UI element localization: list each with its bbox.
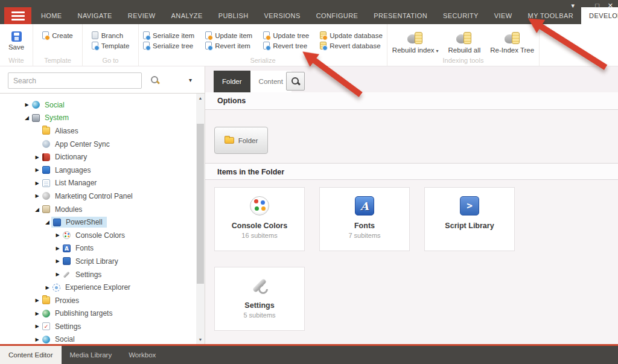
ribbon-tab-home[interactable]: HOME: [33, 7, 70, 24]
content-tree: ▶Social◢SystemAliasesApp Center Sync▶Dic…: [0, 98, 196, 344]
ribbon-tab-review[interactable]: REVIEW: [120, 7, 164, 24]
tree-item-label: Marketing Control Panel: [53, 191, 135, 201]
revert-item-button[interactable]: Revert item: [205, 42, 252, 49]
branch-button[interactable]: Branch: [92, 31, 130, 39]
ribbon-tab-view[interactable]: VIEW: [486, 7, 520, 24]
scroll-down-icon[interactable]: ▼: [196, 335, 205, 344]
expand-icon[interactable]: ▶: [33, 193, 41, 199]
item-card-script-library[interactable]: Script Library: [424, 187, 515, 251]
update-item-button[interactable]: Update item: [205, 31, 252, 39]
ribbon-group-label: Template: [33, 57, 82, 64]
expand-icon[interactable]: ▶: [54, 232, 62, 238]
tree-item-marketing-control-panel[interactable]: ▶Marketing Control Panel: [0, 190, 196, 203]
search-icon[interactable]: [151, 76, 159, 85]
tree-item-aliases[interactable]: Aliases: [0, 124, 196, 138]
ribbon-tab-security[interactable]: SECURITY: [435, 7, 486, 24]
list-icon: [42, 179, 50, 187]
serialize-tree-button[interactable]: Serialize tree: [143, 42, 194, 49]
tree-scrollbar[interactable]: ▲ ▼: [196, 94, 205, 344]
ribbon-tab-configure[interactable]: CONFIGURE: [308, 7, 366, 24]
tree-item-languages[interactable]: ▶Languages: [0, 164, 196, 177]
document-tabs: FolderContent: [214, 71, 291, 92]
item-card-settings[interactable]: Settings5 subitems: [214, 267, 305, 331]
collapse-icon[interactable]: ◢: [23, 115, 31, 121]
content-search-button[interactable]: [286, 72, 305, 91]
collapse-icon[interactable]: ◢: [33, 206, 41, 212]
search-input[interactable]: [8, 72, 142, 89]
search-options-caret-icon[interactable]: ▾: [189, 77, 192, 83]
ribbon-options-caret-icon[interactable]: ▾: [571, 1, 575, 10]
scrollbar-thumb[interactable]: [197, 124, 204, 284]
expand-icon[interactable]: ▶: [33, 167, 41, 173]
tab-content[interactable]: Content: [250, 71, 291, 92]
ribbon-tab-presentation[interactable]: PRESENTATION: [366, 7, 435, 24]
close-icon[interactable]: ✕: [608, 1, 613, 10]
create-button[interactable]: Create: [42, 31, 73, 39]
tree-item-publishing-targets[interactable]: ▶Publishing targets: [0, 307, 196, 321]
reindex-tree-icon: [504, 31, 521, 45]
maximize-icon[interactable]: □: [595, 1, 599, 10]
folder-button[interactable]: Folder: [214, 127, 268, 154]
tree-item-experience-explorer[interactable]: ▶Experience Explorer: [0, 281, 196, 294]
hamburger-menu-icon[interactable]: [4, 7, 31, 24]
rebuild-all-button[interactable]: Rebuild all: [445, 30, 485, 55]
tree-item-settings[interactable]: ▶Settings: [0, 320, 196, 333]
ribbon-tab-analyze[interactable]: ANALYZE: [164, 7, 211, 24]
revert-database-button[interactable]: Revert database: [320, 42, 383, 49]
palette-icon: [250, 196, 269, 216]
collapse-icon[interactable]: ◢: [43, 219, 51, 225]
fonts-icon: [355, 196, 374, 216]
expand-icon[interactable]: ▶: [23, 102, 31, 107]
explorer-icon: [53, 284, 60, 292]
expand-icon[interactable]: ▶: [33, 298, 41, 303]
tab-folder[interactable]: Folder: [214, 71, 250, 92]
expand-icon[interactable]: ▶: [33, 311, 41, 316]
tree-item-modules[interactable]: ◢Modules: [0, 203, 196, 216]
expand-icon[interactable]: ▶: [33, 324, 41, 329]
tree-item-fonts[interactable]: ▶Fonts: [0, 242, 196, 255]
tree-item-dictionary[interactable]: ▶Dictionary: [0, 150, 196, 164]
tree-item-system[interactable]: ◢System: [0, 112, 196, 125]
item-card-fonts[interactable]: Fonts7 subitems: [319, 187, 410, 251]
ribbon-tab-navigate[interactable]: NAVIGATE: [70, 7, 120, 24]
content-tree-panel: ▶Social◢SystemAliasesApp Center Sync▶Dic…: [0, 94, 205, 344]
main-content: Options Folder Items in the Folder Conso…: [205, 92, 618, 344]
tree-item-proxies[interactable]: ▶Proxies: [0, 294, 196, 307]
scroll-up-icon[interactable]: ▲: [196, 94, 205, 103]
minimize-icon[interactable]: _: [583, 1, 587, 10]
update-database-button[interactable]: Update database: [320, 31, 383, 39]
tree-item-social[interactable]: ▶Social: [0, 333, 196, 344]
app-tab-workbox[interactable]: Workbox: [120, 346, 164, 364]
tree-item-label: Settings: [53, 322, 83, 331]
tree-item-settings[interactable]: ▶Settings: [0, 268, 196, 281]
tree-item-powershell[interactable]: ◢PowerShell: [0, 216, 196, 229]
expand-icon[interactable]: ▶: [43, 285, 51, 290]
expand-icon[interactable]: ▶: [33, 180, 41, 186]
tree-item-console-colors[interactable]: ▶Console Colors: [0, 229, 196, 242]
tree-item-script-library[interactable]: ▶Script Library: [0, 255, 196, 268]
ribbon-tab-publish[interactable]: PUBLISH: [211, 7, 256, 24]
expand-icon[interactable]: ▶: [54, 258, 62, 264]
ribbon-tab-versions[interactable]: VERSIONS: [256, 7, 308, 24]
top-bar: HOMENAVIGATEREVIEWANALYZEPUBLISHVERSIONS…: [0, 0, 618, 24]
expand-icon[interactable]: ▶: [54, 246, 62, 251]
rebuild-all-label: Rebuild all: [448, 46, 481, 54]
template-button[interactable]: Template: [92, 42, 130, 49]
tree-item-list-manager[interactable]: ▶List Manager: [0, 177, 196, 190]
item-card-console-colors[interactable]: Console Colors16 subitems: [214, 187, 305, 251]
expand-icon[interactable]: ▶: [54, 272, 62, 277]
tree-item-app-center-sync[interactable]: App Center Sync: [0, 138, 196, 151]
revert-tree-button[interactable]: Revert tree: [263, 42, 309, 49]
tree-item-social[interactable]: ▶Social: [0, 98, 196, 112]
re-index-tree-button[interactable]: Re-Index Tree: [486, 30, 538, 55]
app-tab-content-editor[interactable]: Content Editor: [0, 346, 62, 364]
save-button[interactable]: Save: [5, 30, 28, 52]
expand-icon[interactable]: ▶: [33, 337, 41, 342]
create-icon: [42, 31, 49, 39]
app-tab-media-library[interactable]: Media Library: [62, 346, 121, 364]
palette-icon: [63, 231, 71, 239]
update-tree-button[interactable]: Update tree: [263, 31, 309, 39]
serialize-item-button[interactable]: Serialize item: [143, 31, 194, 39]
expand-icon[interactable]: ▶: [33, 155, 41, 160]
rebuild-index-button[interactable]: Rebuild index▾: [389, 30, 442, 55]
